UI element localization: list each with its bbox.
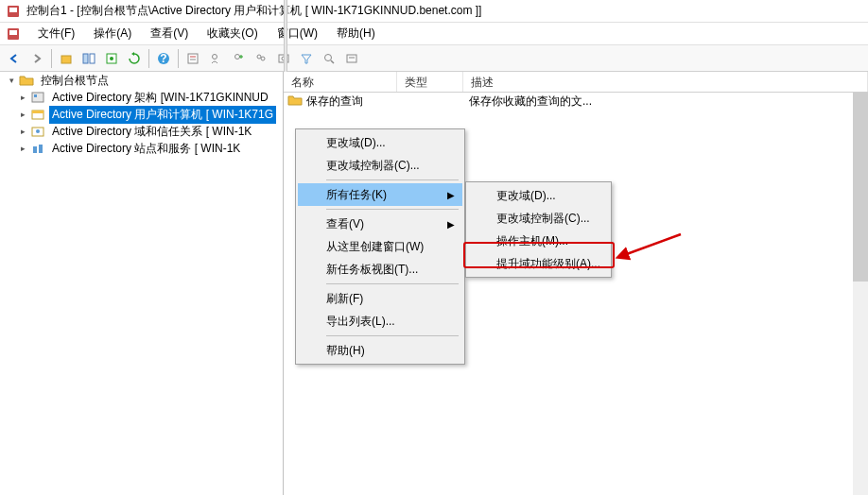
- svg-rect-11: [188, 54, 198, 63]
- console-icon: [6, 26, 21, 42]
- menu-help[interactable]: 帮助(H): [329, 24, 383, 43]
- cm-change-dc[interactable]: 更改域控制器(C)...: [298, 154, 462, 177]
- cm-label: 操作主机(M)...: [496, 233, 568, 249]
- tree-panel: ▾ 控制台根节点 ▸ Active Directory 架构 [WIN-1K71…: [0, 72, 284, 495]
- ad-users-icon: [30, 107, 45, 122]
- cm-sub-op-master[interactable]: 操作主机(M)...: [468, 230, 609, 252]
- new-group-button[interactable]: [251, 48, 271, 69]
- refresh-button[interactable]: [124, 48, 145, 69]
- tree-root[interactable]: ▾ 控制台根节点: [0, 72, 283, 89]
- cm-label: 所有任务(K): [326, 187, 387, 203]
- list-row[interactable]: 保存的查询 保存你收藏的查询的文...: [284, 93, 868, 110]
- tree-item-domains-trusts[interactable]: ▸ Active Directory 域和信任关系 [ WIN-1K: [0, 123, 283, 140]
- help-button[interactable]: ?: [153, 48, 174, 69]
- cm-label: 导出列表(L)...: [326, 314, 395, 330]
- cm-separator: [326, 209, 459, 210]
- cm-label: 更改域(D)...: [326, 135, 386, 151]
- context-menu-main: 更改域(D)... 更改域控制器(C)... 所有任务(K)▶ 查看(V)▶ 从…: [295, 128, 465, 365]
- tree-label: Active Directory 架构 [WIN-1K71GKINNUD: [49, 89, 271, 107]
- svg-rect-31: [39, 145, 43, 153]
- cm-separator: [326, 283, 459, 284]
- find-user-button[interactable]: [205, 48, 226, 69]
- cm-export[interactable]: 导出列表(L)...: [298, 310, 462, 333]
- tree-label: Active Directory 站点和服务 [ WIN-1K: [49, 140, 243, 158]
- context-submenu-all-tasks: 更改域(D)... 更改域控制器(C)... 操作主机(M)... 提升域功能级…: [465, 181, 612, 278]
- forward-button[interactable]: [26, 48, 47, 69]
- cm-label: 更改域控制器(C)...: [326, 158, 420, 174]
- add-query-button[interactable]: [341, 48, 362, 69]
- scroll-thumb[interactable]: [853, 93, 868, 282]
- cm-new-window[interactable]: 从这里创建窗口(W): [298, 235, 462, 258]
- col-name[interactable]: 名称: [284, 72, 397, 92]
- cm-sub-raise-dfl[interactable]: 提升域功能级别(A)...: [468, 252, 609, 275]
- svg-rect-5: [83, 54, 88, 63]
- tree-item-schema[interactable]: ▸ Active Directory 架构 [WIN-1K71GKINNUD: [0, 89, 283, 106]
- menu-favorites[interactable]: 收藏夹(O): [200, 24, 265, 43]
- cell-name: 保存的查询: [306, 94, 401, 110]
- collapse-icon[interactable]: ▾: [6, 75, 17, 86]
- cm-change-domain[interactable]: 更改域(D)...: [298, 131, 462, 154]
- cm-sub-change-dc[interactable]: 更改域控制器(C)...: [468, 207, 609, 230]
- cm-separator: [326, 335, 459, 336]
- cm-label: 提升域功能级别(A)...: [496, 256, 600, 272]
- col-desc[interactable]: 描述: [463, 72, 868, 92]
- col-type[interactable]: 类型: [397, 72, 463, 92]
- cm-separator: [326, 179, 459, 180]
- svg-rect-25: [34, 94, 37, 97]
- vertical-scrollbar[interactable]: [853, 93, 868, 495]
- cm-view[interactable]: 查看(V)▶: [298, 213, 462, 235]
- titlebar: 控制台1 - [控制台根节点\Active Directory 用户和计算机 […: [0, 0, 868, 23]
- filter-button[interactable]: [296, 48, 317, 69]
- cm-label: 帮助(H): [326, 343, 365, 359]
- cm-label: 从这里创建窗口(W): [326, 239, 424, 255]
- chevron-right-icon: ▶: [447, 190, 455, 200]
- menu-view[interactable]: 查看(V): [143, 24, 196, 43]
- tree-label: Active Directory 用户和计算机 [ WIN-1K71G: [49, 106, 276, 124]
- cm-refresh[interactable]: 刷新(F): [298, 287, 462, 310]
- tree-label: Active Directory 域和信任关系 [ WIN-1K: [49, 123, 254, 141]
- svg-point-29: [36, 129, 40, 133]
- svg-rect-1: [9, 8, 17, 12]
- cm-help[interactable]: 帮助(H): [298, 339, 462, 362]
- find-button[interactable]: [319, 48, 339, 69]
- ad-schema-icon: [30, 90, 45, 105]
- expand-icon[interactable]: ▸: [17, 109, 28, 120]
- cell-desc: 保存你收藏的查询的文...: [467, 94, 868, 110]
- tree-item-users-computers[interactable]: ▸ Active Directory 用户和计算机 [ WIN-1K71G: [0, 106, 283, 123]
- menu-window[interactable]: 窗口(W): [269, 24, 325, 43]
- cm-new-taskpad[interactable]: 新任务板视图(T)...: [298, 258, 462, 281]
- new-user-button[interactable]: [228, 48, 249, 69]
- svg-point-16: [257, 55, 261, 59]
- svg-rect-3: [9, 30, 17, 35]
- svg-point-14: [213, 54, 217, 59]
- toolbar-separator: [148, 49, 149, 68]
- export-button[interactable]: [101, 48, 122, 69]
- menu-action[interactable]: 操作(A): [86, 24, 139, 43]
- menubar: 文件(F) 操作(A) 查看(V) 收藏夹(O) 窗口(W) 帮助(H): [0, 23, 868, 45]
- cm-sub-change-domain[interactable]: 更改域(D)...: [468, 184, 609, 207]
- svg-text:?: ?: [160, 52, 166, 65]
- expand-icon[interactable]: ▸: [17, 143, 28, 154]
- cm-label: 刷新(F): [326, 291, 363, 307]
- properties-button[interactable]: [182, 48, 203, 69]
- svg-rect-6: [90, 54, 95, 63]
- window-title: 控制台1 - [控制台根节点\Active Directory 用户和计算机 […: [26, 3, 481, 19]
- menu-file[interactable]: 文件(F): [30, 24, 82, 43]
- cm-label: 查看(V): [326, 216, 364, 232]
- back-button[interactable]: [4, 48, 25, 69]
- svg-point-17: [261, 57, 265, 60]
- up-button[interactable]: [56, 48, 77, 69]
- svg-rect-4: [61, 56, 71, 63]
- tree-root-label: 控制台根节点: [38, 72, 112, 90]
- toolbar-separator: [178, 49, 179, 68]
- cm-label: 更改域控制器(C)...: [496, 211, 590, 227]
- cm-all-tasks[interactable]: 所有任务(K)▶: [298, 183, 462, 206]
- expand-icon[interactable]: ▸: [17, 92, 28, 103]
- chevron-right-icon: ▶: [447, 219, 455, 230]
- console-icon: [6, 4, 21, 19]
- show-hide-tree-button[interactable]: [78, 48, 99, 69]
- tree-item-sites-services[interactable]: ▸ Active Directory 站点和服务 [ WIN-1K: [0, 140, 283, 157]
- expand-icon[interactable]: ▸: [17, 126, 28, 137]
- svg-rect-22: [347, 55, 356, 62]
- folder-icon: [19, 73, 34, 88]
